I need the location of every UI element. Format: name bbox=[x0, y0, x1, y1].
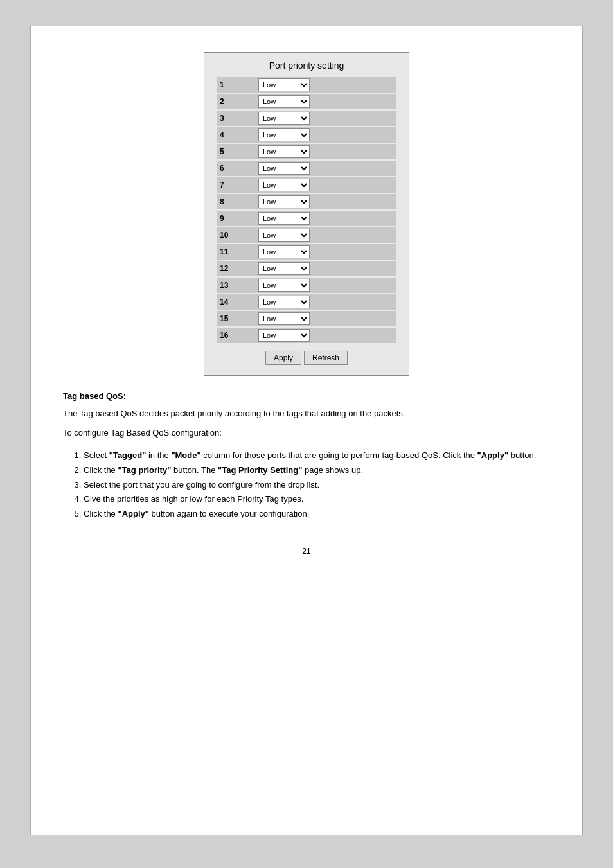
port-row: 2LowHigh bbox=[217, 94, 396, 109]
port-priority-title: Port priority setting bbox=[217, 60, 396, 71]
port-row: 11LowHigh bbox=[217, 244, 396, 260]
port-row: 14LowHigh bbox=[217, 294, 396, 310]
port-row: 3LowHigh bbox=[217, 111, 396, 126]
section-title: Tag based QoS: bbox=[63, 391, 550, 401]
port-priority-select[interactable]: LowHigh bbox=[258, 195, 310, 208]
port-priority-select[interactable]: LowHigh bbox=[258, 229, 310, 242]
port-priority-select[interactable]: LowHigh bbox=[258, 145, 310, 158]
port-number: 7 bbox=[220, 181, 258, 190]
port-priority-select[interactable]: LowHigh bbox=[258, 212, 310, 225]
port-row: 9LowHigh bbox=[217, 211, 396, 226]
port-row: 4LowHigh bbox=[217, 127, 396, 143]
port-row: 13LowHigh bbox=[217, 278, 396, 293]
port-row: 1LowHigh bbox=[217, 77, 396, 93]
port-number: 9 bbox=[220, 214, 258, 223]
list-item: Give the priorities as high or low for e… bbox=[84, 493, 550, 506]
port-priority-select[interactable]: LowHigh bbox=[258, 279, 310, 292]
port-number: 3 bbox=[220, 114, 258, 123]
port-row: 15LowHigh bbox=[217, 311, 396, 326]
port-number: 10 bbox=[220, 231, 258, 240]
port-row: 12LowHigh bbox=[217, 261, 396, 276]
port-number: 1 bbox=[220, 80, 258, 89]
port-priority-select[interactable]: LowHigh bbox=[258, 262, 310, 275]
apply-button[interactable]: Apply bbox=[265, 351, 301, 365]
port-priority-select[interactable]: LowHigh bbox=[258, 78, 310, 91]
port-number: 6 bbox=[220, 164, 258, 173]
port-priority-select[interactable]: LowHigh bbox=[258, 329, 310, 342]
port-number: 16 bbox=[220, 331, 258, 340]
port-priority-select[interactable]: LowHigh bbox=[258, 95, 310, 108]
port-priority-box: Port priority setting 1LowHigh2LowHigh3L… bbox=[204, 52, 409, 376]
port-number: 2 bbox=[220, 97, 258, 106]
port-rows-container: 1LowHigh2LowHigh3LowHigh4LowHigh5LowHigh… bbox=[217, 77, 396, 343]
page-container: Port priority setting 1LowHigh2LowHigh3L… bbox=[30, 26, 583, 835]
port-priority-select[interactable]: LowHigh bbox=[258, 112, 310, 125]
port-priority-select[interactable]: LowHigh bbox=[258, 162, 310, 175]
port-number: 11 bbox=[220, 247, 258, 256]
port-number: 15 bbox=[220, 314, 258, 323]
port-priority-select[interactable]: LowHigh bbox=[258, 296, 310, 308]
refresh-button[interactable]: Refresh bbox=[304, 351, 348, 365]
paragraph1: The Tag based QoS decides packet priorit… bbox=[63, 407, 550, 420]
port-number: 12 bbox=[220, 264, 258, 273]
port-row: 5LowHigh bbox=[217, 144, 396, 159]
port-row: 7LowHigh bbox=[217, 177, 396, 193]
port-priority-select[interactable]: LowHigh bbox=[258, 312, 310, 325]
port-number: 14 bbox=[220, 297, 258, 306]
port-number: 13 bbox=[220, 281, 258, 290]
port-priority-select[interactable]: LowHigh bbox=[258, 179, 310, 191]
port-priority-select[interactable]: LowHigh bbox=[258, 128, 310, 141]
paragraph2: To configure Tag Based QoS configuration… bbox=[63, 427, 550, 439]
list-item: Click the "Apply" button again to execut… bbox=[84, 508, 550, 521]
port-priority-select[interactable]: LowHigh bbox=[258, 245, 310, 258]
port-row: 10LowHigh bbox=[217, 227, 396, 243]
port-priority-wrapper: Port priority setting 1LowHigh2LowHigh3L… bbox=[63, 52, 550, 376]
port-number: 4 bbox=[220, 130, 258, 139]
port-row: 16LowHigh bbox=[217, 328, 396, 343]
page-number: 21 bbox=[63, 547, 550, 556]
port-row: 6LowHigh bbox=[217, 161, 396, 176]
list-item: Select "Tagged" in the "Mode" column for… bbox=[84, 449, 550, 463]
list-item: Select the port that you are going to co… bbox=[84, 479, 550, 492]
steps-list: Select "Tagged" in the "Mode" column for… bbox=[84, 449, 550, 521]
port-number: 5 bbox=[220, 147, 258, 156]
port-number: 8 bbox=[220, 197, 258, 206]
port-row: 8LowHigh bbox=[217, 194, 396, 209]
list-item: Click the "Tag priority" button. The "Ta… bbox=[84, 464, 550, 477]
buttons-row: Apply Refresh bbox=[217, 351, 396, 365]
